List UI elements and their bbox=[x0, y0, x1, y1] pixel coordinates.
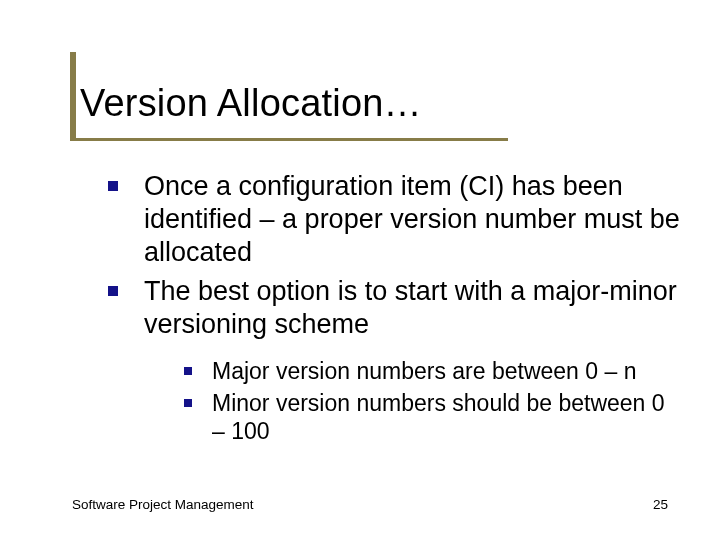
square-bullet-icon bbox=[108, 286, 118, 296]
list-item: Once a configuration item (CI) has been … bbox=[108, 170, 680, 269]
list-item-text: Once a configuration item (CI) has been … bbox=[144, 171, 680, 267]
title-accent-horizontal bbox=[70, 138, 508, 141]
title-accent-vertical bbox=[70, 52, 76, 138]
slide-body: Once a configuration item (CI) has been … bbox=[108, 170, 680, 451]
square-bullet-icon bbox=[184, 367, 192, 375]
slide: Version Allocation… Once a configuration… bbox=[0, 0, 720, 540]
square-bullet-icon bbox=[108, 181, 118, 191]
list-item-text: Major version numbers are between 0 – n bbox=[212, 358, 636, 384]
title-block: Version Allocation… bbox=[80, 82, 422, 125]
square-bullet-icon bbox=[184, 399, 192, 407]
list-item: Minor version numbers should be between … bbox=[184, 389, 680, 445]
footer-left: Software Project Management bbox=[72, 497, 254, 512]
list-item-text: The best option is to start with a major… bbox=[144, 276, 677, 339]
slide-title: Version Allocation… bbox=[80, 82, 422, 125]
sublist: Major version numbers are between 0 – n … bbox=[184, 357, 680, 445]
list-item-text: Minor version numbers should be between … bbox=[212, 390, 665, 444]
slide-number: 25 bbox=[653, 497, 668, 512]
list-item: The best option is to start with a major… bbox=[108, 275, 680, 445]
list-item: Major version numbers are between 0 – n bbox=[184, 357, 680, 385]
